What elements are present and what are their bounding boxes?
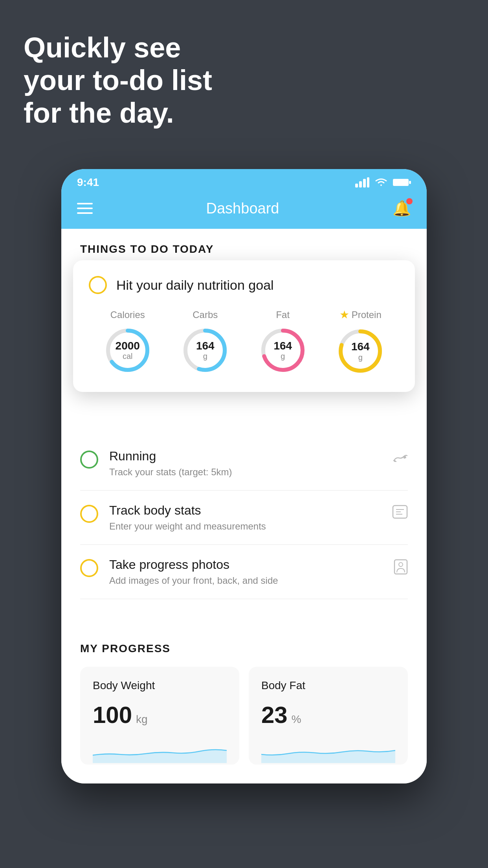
body-weight-value: 100: [93, 701, 132, 728]
nutrition-circles: Calories 2000 cal: [89, 308, 399, 375]
photos-title: Take progress photos: [109, 557, 383, 572]
phone: 9:41: [61, 169, 427, 783]
running-subtitle: Track your stats (target: 5km): [109, 467, 381, 478]
body-stats-subtitle: Enter your weight and measurements: [109, 521, 381, 532]
hero-line3: for the day.: [24, 97, 212, 129]
carbs-chart: 164 g: [182, 327, 229, 374]
wifi-icon: [374, 177, 388, 188]
protein-unit: g: [351, 353, 370, 361]
svg-rect-3: [367, 177, 369, 188]
notification-dot: [406, 198, 413, 204]
nav-bar: Dashboard 🔔: [61, 192, 427, 229]
svg-rect-0: [355, 184, 358, 188]
svg-rect-2: [363, 179, 366, 188]
nutrition-item-protein: ★ Protein 164 g: [337, 308, 384, 375]
person-icon: [394, 559, 408, 578]
running-radio[interactable]: [80, 451, 98, 469]
photos-radio[interactable]: [80, 559, 98, 577]
body-fat-card: Body Fat 23 %: [249, 667, 408, 765]
running-text: Running Track your stats (target: 5km): [109, 449, 381, 478]
protein-label: Protein: [352, 309, 382, 320]
spacer: [61, 599, 427, 623]
body-weight-unit: kg: [136, 713, 148, 726]
protein-value: 164: [351, 341, 370, 353]
body-stats-title: Track body stats: [109, 503, 381, 518]
body-fat-value: 23: [261, 701, 288, 728]
nutrition-card: Hit your daily nutrition goal Calories: [73, 260, 415, 392]
body-fat-value-row: 23 %: [261, 701, 395, 728]
photos-subtitle: Add images of your front, back, and side: [109, 575, 383, 586]
nav-title: Dashboard: [206, 200, 279, 217]
calories-value: 2000: [116, 340, 140, 352]
phone-wrapper: 9:41: [61, 169, 427, 783]
status-bar: 9:41: [61, 169, 427, 192]
running-icon: [392, 451, 408, 467]
hamburger-menu[interactable]: [77, 203, 93, 214]
svg-rect-5: [409, 181, 411, 184]
svg-rect-1: [359, 181, 362, 188]
body-stats-text: Track body stats Enter your weight and m…: [109, 503, 381, 532]
nutrition-card-title-text: Hit your daily nutrition goal: [116, 278, 274, 293]
fat-chart: [261, 739, 395, 763]
things-to-do-header: THINGS TO DO TODAY: [61, 229, 427, 263]
phone-content: THINGS TO DO TODAY Hit your daily nutrit…: [61, 229, 427, 783]
hero-text: Quickly see your to-do list for the day.: [24, 31, 212, 129]
signal-icon: [355, 177, 369, 188]
protein-label-row: ★ Protein: [339, 308, 382, 321]
status-icons: [355, 177, 411, 188]
carbs-value: 164: [196, 340, 215, 352]
nutrition-item-calories: Calories 2000 cal: [104, 309, 151, 374]
progress-header: MY PROGRESS: [80, 642, 408, 655]
todo-item-body-stats[interactable]: Track body stats Enter your weight and m…: [80, 491, 408, 545]
nutrition-card-header: Hit your daily nutrition goal: [89, 276, 399, 294]
svg-point-19: [399, 563, 403, 566]
battery-icon: [393, 178, 411, 187]
weight-chart: [93, 739, 227, 763]
fat-label: Fat: [276, 309, 290, 320]
todo-list: Running Track your stats (target: 5km): [61, 436, 427, 599]
nutrition-item-carbs: Carbs 164 g: [182, 309, 229, 374]
fat-chart: 164 g: [259, 327, 306, 374]
todo-item-photos[interactable]: Take progress photos Add images of your …: [80, 545, 408, 599]
nutrition-radio[interactable]: [89, 276, 107, 294]
clock: 9:41: [77, 176, 99, 189]
progress-cards: Body Weight 100 kg Body Fat: [80, 667, 408, 765]
fat-value: 164: [273, 340, 292, 352]
body-weight-value-row: 100 kg: [93, 701, 227, 728]
body-stats-radio[interactable]: [80, 505, 98, 523]
body-fat-unit: %: [292, 713, 301, 726]
photos-text: Take progress photos Add images of your …: [109, 557, 383, 586]
body-weight-title: Body Weight: [93, 679, 227, 692]
calories-chart: 2000 cal: [104, 327, 151, 374]
body-fat-title: Body Fat: [261, 679, 395, 692]
nutrition-item-fat: Fat 164 g: [259, 309, 306, 374]
hero-line1: Quickly see: [24, 31, 212, 64]
progress-section: MY PROGRESS Body Weight 100 kg: [61, 623, 427, 783]
fat-unit: g: [273, 352, 292, 360]
carbs-unit: g: [196, 352, 215, 360]
scale-icon: [392, 505, 408, 522]
hero-line2: your to-do list: [24, 64, 212, 97]
calories-label: Calories: [110, 309, 145, 320]
carbs-label: Carbs: [193, 309, 218, 320]
protein-chart: 164 g: [337, 327, 384, 375]
todo-item-running[interactable]: Running Track your stats (target: 5km): [80, 436, 408, 491]
body-weight-card: Body Weight 100 kg: [80, 667, 239, 765]
running-title: Running: [109, 449, 381, 463]
bell-icon[interactable]: 🔔: [393, 200, 411, 217]
protein-star-icon: ★: [339, 308, 349, 321]
calories-unit: cal: [116, 352, 140, 360]
svg-rect-4: [393, 179, 409, 186]
